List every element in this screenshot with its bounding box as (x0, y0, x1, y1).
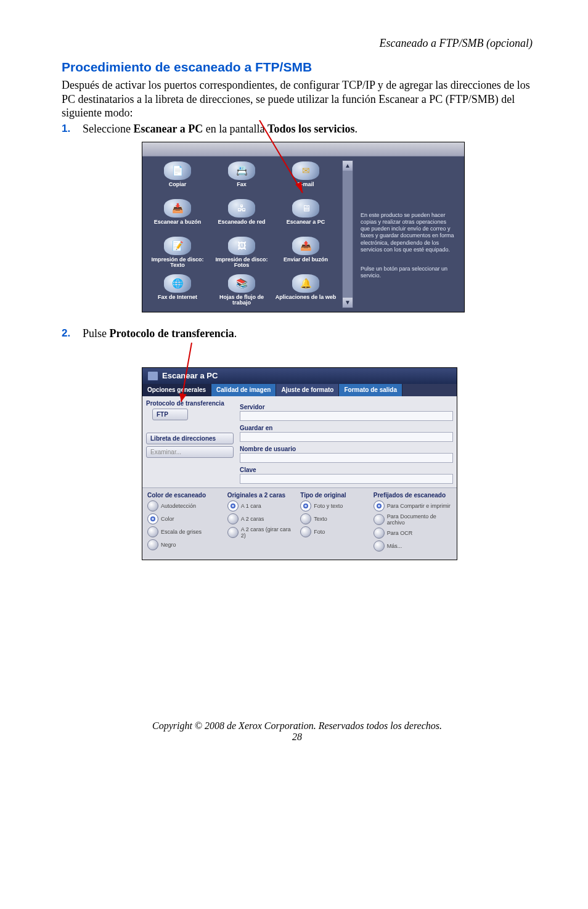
scroll-up-icon[interactable]: ▲ (343, 161, 353, 171)
scan-pc-icon (147, 371, 158, 381)
intro-paragraph: Después de activar los puertos correspon… (62, 78, 533, 120)
label: Escaneado de red (210, 219, 273, 232)
col-header: Tipo de original (300, 492, 369, 499)
window-title: Escanear a PC (142, 368, 457, 384)
label: Copiar (146, 182, 209, 194)
opt-1cara[interactable]: A 1 cara (227, 500, 296, 512)
label: Escanear a buzón (146, 219, 209, 232)
tab-ajuste-formato[interactable]: Ajuste de formato (276, 384, 339, 397)
txt: en la pantalla (203, 123, 267, 135)
pc-icon (292, 199, 319, 218)
opt-2caras-girar[interactable]: A 2 caras (girar cara 2) (227, 526, 296, 539)
figure-all-services: Copiar Fax E-mail Escanear a buzón Escan… (142, 142, 465, 312)
service-fax-internet[interactable]: Fax de Internet (146, 273, 209, 308)
opt-negro[interactable]: Negro (147, 539, 223, 550)
service-app-web[interactable]: Aplicaciones de la web (274, 273, 337, 308)
opt-color[interactable]: Color (147, 513, 223, 524)
tab-calidad-imagen[interactable]: Calidad de imagen (211, 384, 276, 397)
box-icon (164, 199, 191, 218)
service-email[interactable]: E-mail (274, 160, 337, 195)
label: Impresión de disco: Texto (146, 257, 209, 269)
step-number: 2. (62, 327, 83, 340)
tab-formato-salida[interactable]: Formato de salida (339, 384, 402, 397)
opt-escala-grises[interactable]: Escala de grises (147, 526, 223, 537)
servidor-input[interactable] (240, 411, 453, 421)
protocolo-label: Protocolo de transferencia (146, 400, 234, 407)
label: Fax de Internet (146, 295, 209, 307)
info-pane: En este producto se pueden hacer copias … (358, 160, 459, 308)
running-head: Escaneado a FTP/SMB (opcional) (62, 37, 533, 50)
step-text: Pulse Protocolo de transferencia. (83, 327, 237, 340)
service-enviar-buzon[interactable]: Enviar del buzón (274, 235, 337, 271)
scroll-down-icon[interactable]: ▼ (343, 298, 353, 308)
service-fax[interactable]: Fax (210, 160, 273, 195)
send-icon (292, 237, 319, 255)
step-2: 2. Pulse Protocolo de transferencia. (62, 327, 533, 340)
flow-icon (228, 274, 255, 293)
net-icon (228, 199, 255, 218)
txt: . (354, 123, 357, 135)
opt-mas[interactable]: Más... (374, 540, 452, 552)
examinar-button[interactable]: Examinar... (146, 446, 234, 458)
service-escanear-buzon[interactable]: Escanear a buzón (146, 198, 209, 233)
txt-bold: Escanear a PC (133, 123, 203, 135)
label: Hojas de flujo de trabajo (210, 295, 273, 307)
field-label: Clave (240, 467, 453, 473)
col-header: Prefijados de escaneado (374, 492, 452, 499)
page-number: 28 (62, 732, 533, 743)
info-text: En este producto se pueden hacer copias … (361, 212, 457, 254)
scrollbar[interactable]: ▲ ▼ (342, 160, 353, 308)
service-copiar[interactable]: Copiar (146, 160, 209, 195)
opt-autodeteccion[interactable]: Autodetección (147, 500, 223, 512)
tab-row: Opciones generales Calidad de imagen Aju… (142, 384, 457, 397)
col-header: Originales a 2 caras (227, 492, 296, 499)
copy-icon (164, 161, 191, 180)
opt-ocr[interactable]: Para OCR (374, 528, 452, 539)
field-label: Servidor (240, 404, 453, 410)
opt-compartir[interactable]: Para Compartir e imprimir (374, 500, 452, 512)
label: Escanear a PC (274, 219, 337, 232)
field-label: Nombre de usuario (240, 446, 453, 452)
step-number: 1. (62, 123, 83, 135)
nombre-usuario-input[interactable] (240, 453, 453, 463)
service-impr-texto[interactable]: Impresión de disco: Texto (146, 235, 209, 271)
fax-icon (228, 161, 255, 180)
opt-texto[interactable]: Texto (300, 513, 369, 524)
txt: . (234, 327, 237, 340)
field-label: Guardar en (240, 425, 453, 431)
service-hojas-flujo[interactable]: Hojas de flujo de trabajo (210, 273, 273, 308)
figure-escanear-pc: Escanear a PC Opciones generales Calidad… (142, 367, 457, 561)
label: Impresión de disco: Fotos (210, 257, 273, 269)
step-1: 1. Seleccione Escanear a PC en la pantal… (62, 123, 533, 136)
col-header: Color de escaneado (147, 492, 223, 499)
label: Fax (210, 182, 273, 194)
label: E-mail (274, 182, 337, 194)
step-text: Seleccione Escanear a PC en la pantalla … (83, 123, 357, 136)
libreta-direcciones-button[interactable]: Libreta de direcciones (146, 433, 234, 444)
service-escanear-pc[interactable]: Escanear a PC (274, 198, 337, 233)
txt: Pulse (83, 327, 110, 340)
tab-opciones-generales[interactable]: Opciones generales (142, 384, 211, 397)
opt-2caras[interactable]: A 2 caras (227, 513, 296, 524)
info-text: Pulse un botón para seleccionar un servi… (361, 266, 457, 280)
title-text: Escanear a PC (162, 371, 218, 380)
opt-foto-texto[interactable]: Foto y texto (300, 500, 369, 512)
txt: Seleccione (83, 123, 133, 135)
web-icon (292, 274, 319, 293)
ftp-button[interactable]: FTP (152, 409, 188, 420)
txt-bold: Todos los servicios (267, 123, 354, 135)
label: Enviar del buzón (274, 257, 337, 269)
label: Aplicaciones de la web (274, 295, 337, 307)
opt-documento-archivo[interactable]: Para Documento de archivo (374, 513, 452, 526)
guardar-en-input[interactable] (240, 432, 453, 442)
globe-icon (164, 274, 191, 293)
footer-copyright: Copyright © 2008 de Xerox Corporation. R… (62, 720, 533, 732)
section-heading: Procedimiento de escaneado a FTP/SMB (62, 60, 533, 75)
mail-icon (292, 161, 319, 180)
opt-foto[interactable]: Foto (300, 526, 369, 537)
text-icon (164, 237, 191, 255)
service-escaneado-red[interactable]: Escaneado de red (210, 198, 273, 233)
service-impr-fotos[interactable]: Impresión de disco: Fotos (210, 235, 273, 271)
photo-icon (228, 237, 255, 255)
clave-input[interactable] (240, 474, 453, 484)
